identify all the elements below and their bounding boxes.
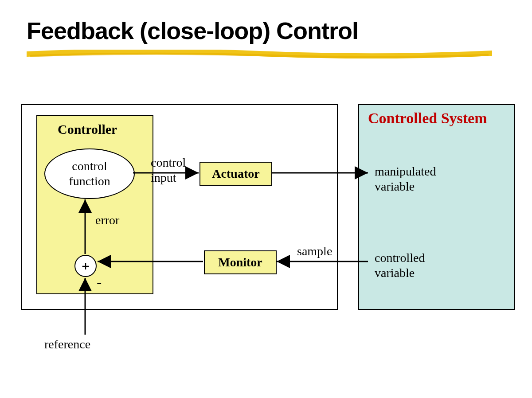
ellipse-line1: control xyxy=(72,159,107,174)
control-function-node: control function xyxy=(44,148,135,199)
title-underline xyxy=(27,50,492,59)
summing-junction: + xyxy=(74,255,97,277)
label-ctrl-1: controlled xyxy=(375,251,425,265)
label-manipulated-variable: manipulated variable xyxy=(375,164,436,194)
monitor-box: Monitor xyxy=(204,250,277,274)
label-control-input: control input xyxy=(151,155,186,185)
label-control-input-1: control xyxy=(151,156,186,169)
label-manip-2: variable xyxy=(375,179,415,193)
label-controlled-variable: controlled variable xyxy=(375,250,425,280)
minus-label: - xyxy=(97,274,102,291)
label-error: error xyxy=(95,213,119,228)
label-sample: sample xyxy=(297,244,332,259)
ellipse-line2: function xyxy=(69,174,110,189)
label-ctrl-2: variable xyxy=(375,266,415,280)
label-manip-1: manipulated xyxy=(375,164,436,178)
label-reference: reference xyxy=(44,337,90,352)
label-control-input-2: input xyxy=(151,171,176,184)
controller-title: Controller xyxy=(58,122,117,137)
controlled-system-title: Controlled System xyxy=(368,110,487,127)
slide-title: Feedback (close-loop) Control xyxy=(27,17,358,44)
actuator-box: Actuator xyxy=(200,162,272,186)
